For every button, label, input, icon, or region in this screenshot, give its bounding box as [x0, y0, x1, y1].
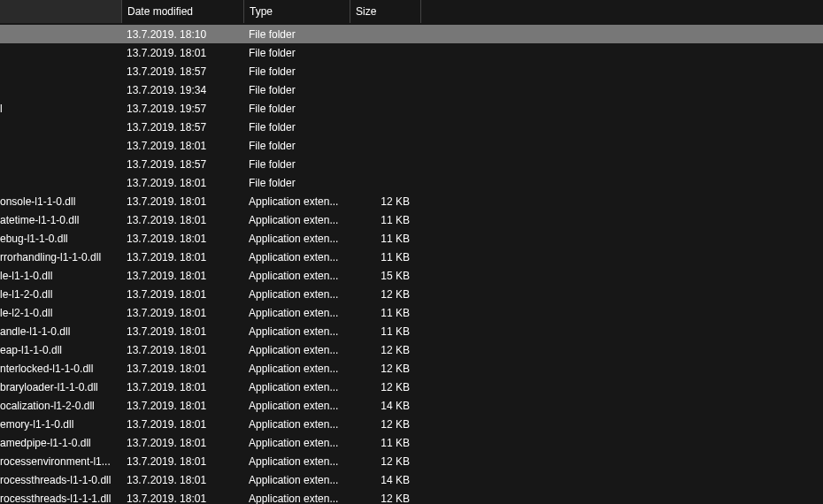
- file-size: 15 KB: [350, 270, 420, 282]
- file-name: atetime-l1-1-0.dll: [0, 214, 121, 226]
- column-header-spacer: [420, 0, 823, 23]
- file-date: 13.7.2019. 18:01: [121, 140, 243, 152]
- file-row[interactable]: emory-l1-1-0.dll13.7.2019. 18:01Applicat…: [0, 415, 823, 433]
- file-row[interactable]: rrorhandling-l1-1-0.dll13.7.2019. 18:01A…: [0, 248, 823, 266]
- file-name: braryloader-l1-1-0.dll: [0, 381, 121, 393]
- file-size: 12 KB: [350, 381, 420, 393]
- file-row[interactable]: 13.7.2019. 19:34File folder: [0, 80, 823, 99]
- file-type: File folder: [243, 121, 350, 134]
- file-type: File folder: [243, 28, 350, 41]
- file-name: emory-l1-1-0.dll: [0, 418, 121, 431]
- file-row[interactable]: rocessthreads-l1-1-1.dll13.7.2019. 18:01…: [0, 489, 823, 504]
- file-date: 13.7.2019. 18:01: [121, 251, 243, 263]
- column-header-name[interactable]: [0, 0, 121, 23]
- column-header-size[interactable]: Size: [350, 0, 420, 23]
- column-header-date[interactable]: Date modified: [121, 0, 243, 23]
- file-type: File folder: [243, 65, 350, 78]
- file-name: onsole-l1-1-0.dll: [0, 195, 121, 208]
- file-date: 13.7.2019. 18:10: [121, 28, 243, 41]
- file-type: File folder: [243, 140, 350, 152]
- file-type: Application exten...: [243, 325, 350, 338]
- file-row[interactable]: 13.7.2019. 18:01File folder: [0, 43, 823, 62]
- file-date: 13.7.2019. 18:01: [121, 474, 243, 486]
- file-row[interactable]: nterlocked-l1-1-0.dll13.7.2019. 18:01App…: [0, 359, 823, 378]
- file-date: 13.7.2019. 18:01: [121, 177, 243, 189]
- file-size: 11 KB: [350, 307, 420, 319]
- file-row[interactable]: ocalization-l1-2-0.dll13.7.2019. 18:01Ap…: [0, 396, 823, 415]
- file-name: le-l2-1-0.dll: [0, 307, 121, 319]
- file-size: 12 KB: [350, 288, 420, 301]
- file-size: 14 KB: [350, 474, 420, 486]
- file-date: 13.7.2019. 18:01: [121, 363, 243, 375]
- file-name: amedpipe-l1-1-0.dll: [0, 437, 121, 449]
- file-type: Application exten...: [243, 288, 350, 301]
- file-row[interactable]: amedpipe-l1-1-0.dll13.7.2019. 18:01Appli…: [0, 433, 823, 452]
- file-size: 11 KB: [350, 251, 420, 263]
- file-date: 13.7.2019. 18:01: [121, 344, 243, 356]
- file-type: Application exten...: [243, 270, 350, 282]
- file-type: File folder: [243, 158, 350, 171]
- file-row[interactable]: le-l1-2-0.dll13.7.2019. 18:01Application…: [0, 285, 823, 303]
- file-type: Application exten...: [243, 195, 350, 208]
- file-size: 11 KB: [350, 214, 420, 226]
- file-size: 12 KB: [350, 493, 420, 505]
- file-row[interactable]: andle-l1-1-0.dll13.7.2019. 18:01Applicat…: [0, 322, 823, 340]
- file-size: 12 KB: [350, 455, 420, 468]
- file-list: 13.7.2019. 18:10File folder13.7.2019. 18…: [0, 25, 823, 504]
- file-name: le-l1-1-0.dll: [0, 270, 121, 282]
- file-type: Application exten...: [243, 363, 350, 375]
- file-size: 11 KB: [350, 325, 420, 338]
- file-row[interactable]: 13.7.2019. 18:57File folder: [0, 118, 823, 136]
- file-type: Application exten...: [243, 400, 350, 412]
- file-type: Application exten...: [243, 381, 350, 393]
- column-header-type[interactable]: Type: [243, 0, 350, 23]
- file-row[interactable]: 13.7.2019. 18:57File folder: [0, 62, 823, 80]
- file-row[interactable]: braryloader-l1-1-0.dll13.7.2019. 18:01Ap…: [0, 378, 823, 396]
- file-row[interactable]: onsole-l1-1-0.dll13.7.2019. 18:01Applica…: [0, 192, 823, 210]
- file-type: File folder: [243, 177, 350, 189]
- file-row[interactable]: ebug-l1-1-0.dll13.7.2019. 18:01Applicati…: [0, 229, 823, 248]
- file-name: rocessthreads-l1-1-1.dll: [0, 493, 121, 505]
- file-type: Application exten...: [243, 251, 350, 263]
- file-row[interactable]: 13.7.2019. 18:01File folder: [0, 173, 823, 192]
- file-size: 14 KB: [350, 400, 420, 412]
- file-size: 12 KB: [350, 195, 420, 208]
- file-name: ebug-l1-1-0.dll: [0, 233, 121, 245]
- file-name: rocessenvironment-l1...: [0, 455, 121, 468]
- file-type: Application exten...: [243, 418, 350, 431]
- file-name: andle-l1-1-0.dll: [0, 325, 121, 338]
- file-date: 13.7.2019. 18:01: [121, 381, 243, 393]
- file-date: 13.7.2019. 18:01: [121, 437, 243, 449]
- file-date: 13.7.2019. 18:01: [121, 455, 243, 468]
- file-size: 12 KB: [350, 344, 420, 356]
- file-date: 13.7.2019. 18:57: [121, 121, 243, 134]
- file-type: Application exten...: [243, 233, 350, 245]
- file-row[interactable]: le-l2-1-0.dll13.7.2019. 18:01Application…: [0, 303, 823, 322]
- file-size: 12 KB: [350, 363, 420, 375]
- file-date: 13.7.2019. 18:01: [121, 418, 243, 431]
- file-size: 11 KB: [350, 437, 420, 449]
- file-row[interactable]: 13.7.2019. 18:57File folder: [0, 155, 823, 173]
- file-row[interactable]: 13.7.2019. 18:01File folder: [0, 136, 823, 155]
- file-row[interactable]: rocessthreads-l1-1-0.dll13.7.2019. 18:01…: [0, 470, 823, 489]
- file-row[interactable]: eap-l1-1-0.dll13.7.2019. 18:01Applicatio…: [0, 340, 823, 359]
- file-type: Application exten...: [243, 437, 350, 449]
- file-date: 13.7.2019. 18:01: [121, 233, 243, 245]
- file-type: Application exten...: [243, 455, 350, 468]
- file-row[interactable]: 13.7.2019. 18:10File folder: [0, 25, 823, 43]
- file-row[interactable]: le-l1-1-0.dll13.7.2019. 18:01Application…: [0, 266, 823, 285]
- file-date: 13.7.2019. 18:01: [121, 270, 243, 282]
- file-row[interactable]: l13.7.2019. 19:57File folder: [0, 99, 823, 118]
- file-type: Application exten...: [243, 307, 350, 319]
- file-type: File folder: [243, 47, 350, 59]
- file-type: Application exten...: [243, 474, 350, 486]
- file-date: 13.7.2019. 18:01: [121, 195, 243, 208]
- file-type: Application exten...: [243, 214, 350, 226]
- file-row[interactable]: atetime-l1-1-0.dll13.7.2019. 18:01Applic…: [0, 210, 823, 229]
- file-name: nterlocked-l1-1-0.dll: [0, 363, 121, 375]
- file-name: ocalization-l1-2-0.dll: [0, 400, 121, 412]
- file-name: rrorhandling-l1-1-0.dll: [0, 251, 121, 263]
- file-name: l: [0, 103, 121, 115]
- file-row[interactable]: rocessenvironment-l1...13.7.2019. 18:01A…: [0, 452, 823, 470]
- file-name: eap-l1-1-0.dll: [0, 344, 121, 356]
